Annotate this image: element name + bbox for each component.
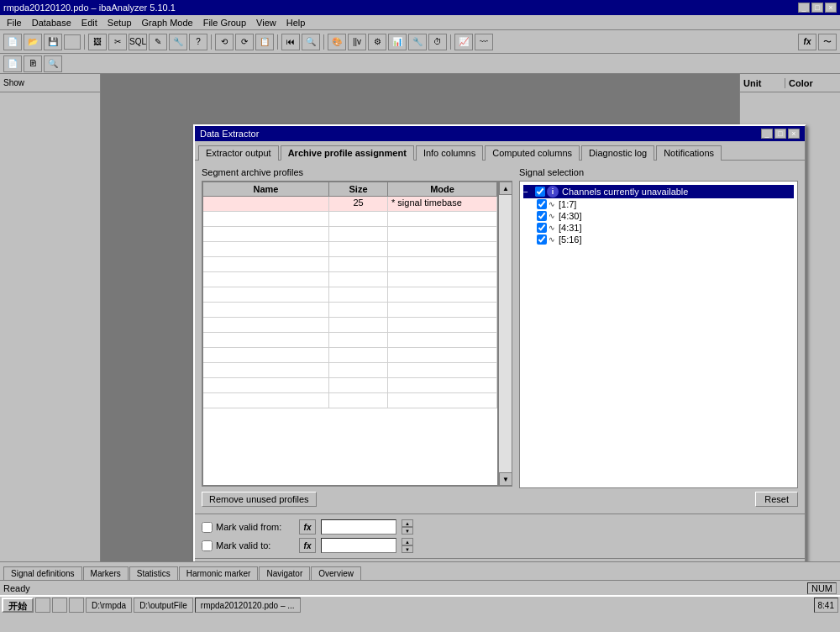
table-row[interactable] <box>203 242 497 257</box>
tab-signal-definitions[interactable]: Signal definitions <box>3 566 82 580</box>
tree-child-checkbox-1[interactable] <box>537 199 547 209</box>
tab-navigator[interactable]: Navigator <box>259 566 310 580</box>
spin-up-to[interactable]: ▲ <box>402 538 413 545</box>
tree-child-checkbox-2[interactable] <box>537 211 547 221</box>
wave-toolbar-btn[interactable]: 〜 <box>818 34 837 50</box>
start-button[interactable]: 开始 <box>2 598 34 613</box>
minimize-btn[interactable]: _ <box>798 3 810 13</box>
taskbar-item-app[interactable]: rmpda20120120.pdo – ... <box>195 598 301 613</box>
table-row[interactable] <box>203 393 497 408</box>
taskbar-item-output[interactable]: D:\outputFile <box>134 598 193 613</box>
dialog-close-btn[interactable]: × <box>788 129 800 139</box>
menu-database[interactable]: Database <box>27 16 76 29</box>
tb-btn8[interactable]: ⟳ <box>235 34 254 50</box>
open-btn[interactable]: 📂 <box>24 34 42 50</box>
table-row[interactable] <box>203 378 497 393</box>
table-row[interactable] <box>203 333 497 348</box>
sec-btn3[interactable]: 🔍 <box>44 55 62 72</box>
fx-toolbar-btn[interactable]: fx <box>798 34 816 50</box>
table-row[interactable] <box>203 318 497 333</box>
tree-child-checkbox-4[interactable] <box>537 234 547 245</box>
spin-down[interactable]: ▼ <box>402 527 413 535</box>
new-btn[interactable]: 📄 <box>3 34 22 50</box>
tb-btn1[interactable]: 🖼 <box>88 34 107 50</box>
tb-btn16[interactable]: 🔧 <box>408 34 427 50</box>
tree-child-1[interactable]: ∿ [1:7] <box>537 198 794 210</box>
sec-btn2[interactable]: 🖹 <box>24 55 42 72</box>
tab-statistics[interactable]: Statistics <box>129 566 178 580</box>
table-row[interactable] <box>203 272 497 287</box>
tab-computed-columns[interactable]: Computed columns <box>485 145 580 161</box>
tb-btn19[interactable]: 〰 <box>475 34 493 50</box>
mark-from-checkbox[interactable] <box>202 522 213 533</box>
tb-btn2[interactable]: ✂ <box>108 34 127 50</box>
tree-child-3[interactable]: ∿ [4:31] <box>537 222 794 234</box>
tb-btn5[interactable]: 🔧 <box>169 34 187 50</box>
tab-overview[interactable]: Overview <box>311 566 361 580</box>
menu-view[interactable]: View <box>251 16 281 29</box>
table-scrollbar[interactable]: ▲ ▼ <box>498 182 512 486</box>
mark-to-checkbox[interactable] <box>202 540 213 551</box>
scroll-track[interactable] <box>499 195 512 472</box>
taskbar-icon2[interactable] <box>52 598 67 613</box>
tb-btn4[interactable]: ✎ <box>149 34 167 50</box>
tb-btn9[interactable]: 📋 <box>255 34 274 50</box>
table-row[interactable] <box>203 287 497 303</box>
menu-setup[interactable]: Setup <box>102 16 137 29</box>
menu-edit[interactable]: Edit <box>76 16 102 29</box>
sec-btn1[interactable]: 📄 <box>3 55 22 72</box>
mark-from-input[interactable] <box>321 519 396 535</box>
tree-child-checkbox-3[interactable] <box>537 223 547 233</box>
table-row[interactable]: 25 * signal timebase <box>203 197 497 212</box>
tb-btn11[interactable]: 🔍 <box>302 34 320 50</box>
tb-btn14[interactable]: ⚙ <box>368 34 386 50</box>
tab-harmonic-marker[interactable]: Harmonic marker <box>179 566 259 580</box>
mark-to-input[interactable] <box>321 538 396 553</box>
tab-archive-profile[interactable]: Archive profile assignment <box>281 145 414 161</box>
tab-markers[interactable]: Markers <box>83 566 129 580</box>
tab-notifications[interactable]: Notifications <box>656 145 722 161</box>
tree-root-checkbox[interactable] <box>535 187 545 197</box>
table-row[interactable] <box>203 348 497 363</box>
tree-child-2[interactable]: ∿ [4:30] <box>537 210 794 222</box>
maximize-btn[interactable]: □ <box>811 3 823 13</box>
dialog-minimize-btn[interactable]: _ <box>761 129 773 139</box>
menu-graph-mode[interactable]: Graph Mode <box>137 16 198 29</box>
menu-file-group[interactable]: File Group <box>198 16 251 29</box>
mark-from-spinner[interactable]: ▲ ▼ <box>402 519 413 535</box>
tree-expand-icon[interactable]: − <box>523 187 533 197</box>
close-btn[interactable]: × <box>825 3 837 13</box>
tb-btn12[interactable]: 🎨 <box>328 34 346 50</box>
mark-from-fx-btn[interactable]: fx <box>299 519 316 535</box>
table-row[interactable] <box>203 363 497 378</box>
taskbar-icon3[interactable] <box>69 598 84 613</box>
table-row[interactable] <box>203 303 497 318</box>
tb-btn10[interactable]: ⏮ <box>281 34 300 50</box>
tb-btn7[interactable]: ⟲ <box>215 34 234 50</box>
reset-btn[interactable]: Reset <box>755 492 798 507</box>
scroll-down-btn[interactable]: ▼ <box>499 472 512 486</box>
tb-btn6[interactable]: ? <box>189 34 207 50</box>
dialog-maximize-btn[interactable]: □ <box>774 129 786 139</box>
tb-btn3[interactable]: SQL <box>129 34 147 50</box>
tree-child-4[interactable]: ∿ [5:16] <box>537 234 794 245</box>
table-row[interactable] <box>203 212 497 227</box>
mark-to-fx-btn[interactable]: fx <box>299 538 316 553</box>
tab-info-columns[interactable]: Info columns <box>416 145 483 161</box>
table-row[interactable] <box>203 257 497 272</box>
taskbar-item-rmpda[interactable]: D:\rmpda <box>86 598 132 613</box>
remove-unused-profiles-btn[interactable]: Remove unused profiles <box>202 492 317 507</box>
tb-btn13[interactable]: ||v <box>348 34 366 50</box>
spin-down-to[interactable]: ▼ <box>402 545 413 553</box>
tab-extractor-output[interactable]: Extractor output <box>198 145 279 161</box>
taskbar-icon1[interactable] <box>35 598 50 613</box>
table-row[interactable] <box>203 227 497 242</box>
menu-help[interactable]: Help <box>281 16 311 29</box>
tree-root-item[interactable]: − i Channels currently unavailable <box>523 185 794 198</box>
tb-btn17[interactable]: ⏱ <box>428 34 447 50</box>
save-btn[interactable]: 💾 <box>44 34 62 50</box>
mark-to-spinner[interactable]: ▲ ▼ <box>402 538 413 553</box>
menu-file[interactable]: File <box>2 16 27 29</box>
scroll-up-btn[interactable]: ▲ <box>499 182 512 195</box>
tb-btn18[interactable]: 📈 <box>454 34 473 50</box>
